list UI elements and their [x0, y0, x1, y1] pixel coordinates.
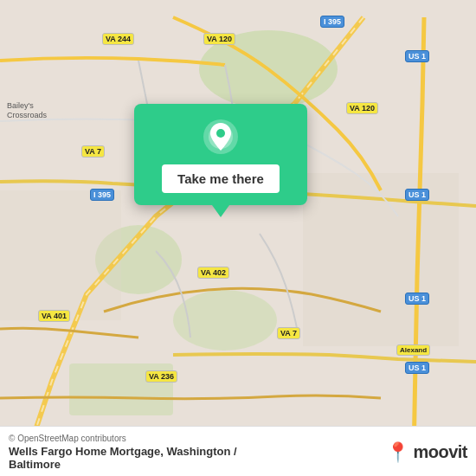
road-badge-va7b: VA 7: [277, 327, 300, 339]
road-badge-va236: VA 236: [145, 370, 177, 383]
map-container: Bailey's Crossroads VA 244 VA 120 I 395 …: [0, 0, 476, 476]
road-badge-us1a: US 1: [405, 50, 429, 62]
moovit-brand-text: moovit: [413, 442, 467, 462]
svg-text:Crossroads: Crossroads: [7, 111, 48, 119]
bottom-info: © OpenStreetMap contributors Wells Fargo…: [9, 434, 237, 471]
attribution-text: © OpenStreetMap contributors: [9, 434, 237, 443]
bottom-bar: © OpenStreetMap contributors Wells Fargo…: [0, 426, 476, 476]
take-me-there-button[interactable]: Take me there: [162, 164, 280, 193]
road-badge-i395b: I 395: [90, 189, 114, 201]
svg-text:Bailey's: Bailey's: [7, 101, 34, 110]
place-name-main: Wells Fargo Home Mortgage, Washington /: [9, 445, 237, 458]
road-badge-alexand: Alexand: [396, 344, 430, 356]
road-badge-us1c: US 1: [405, 293, 429, 305]
road-badge-us1b: US 1: [405, 189, 429, 201]
moovit-pin-icon: 📍: [386, 441, 409, 464]
road-badge-va7a: VA 7: [81, 145, 105, 158]
svg-rect-6: [0, 190, 121, 320]
road-badge-va402: VA 402: [197, 267, 229, 279]
popup-card: Take me there: [134, 104, 307, 205]
location-pin-icon: [202, 118, 240, 156]
road-badge-i395a: I 395: [320, 16, 344, 28]
map-svg: Bailey's Crossroads: [0, 0, 476, 476]
road-badge-us1d: US 1: [405, 362, 429, 374]
svg-point-11: [216, 129, 225, 138]
road-badge-va401: VA 401: [38, 310, 70, 322]
moovit-logo: 📍 moovit: [386, 441, 467, 464]
road-badge-va120a: VA 120: [203, 33, 235, 45]
place-name: Wells Fargo Home Mortgage, Washington / …: [9, 445, 237, 471]
place-name-sub: Baltimore: [9, 458, 61, 471]
road-badge-va120b: VA 120: [346, 102, 378, 114]
road-badge-va244: VA 244: [102, 33, 134, 45]
